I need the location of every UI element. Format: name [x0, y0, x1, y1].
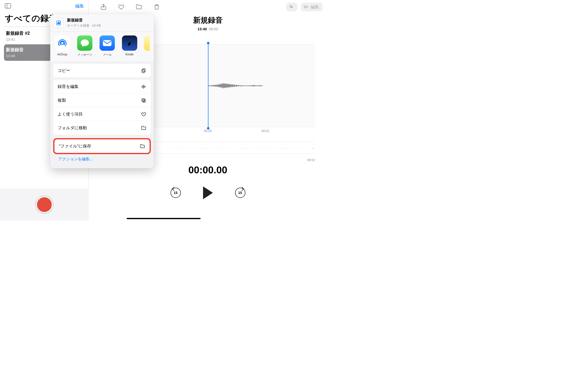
action-duplicate[interactable]: 複製	[53, 93, 151, 107]
svg-point-6	[292, 7, 292, 8]
folder-icon[interactable]	[136, 3, 142, 10]
share-header: 新規録音 オーディオ録音 · 18 KB	[50, 14, 154, 31]
action-copy[interactable]: コピー	[53, 64, 151, 77]
share-subtitle: オーディオ録音 · 18 KB	[67, 23, 101, 28]
share-thumb-icon	[54, 18, 64, 28]
waveform-bars	[208, 83, 263, 88]
action-save-to-files-highlight: "ファイル"に保存	[53, 138, 151, 154]
svg-rect-16	[142, 69, 144, 73]
record-bar	[0, 189, 89, 221]
detail-toolbar: 編集	[89, 0, 327, 14]
overview-end-time: 00:02	[307, 158, 315, 162]
enhance-button[interactable]	[286, 3, 298, 11]
sidebar-edit-button[interactable]: 編集	[75, 3, 84, 9]
folder-icon	[141, 125, 146, 131]
skip-forward-button[interactable]: 15	[235, 188, 246, 198]
record-button[interactable]	[36, 196, 53, 213]
waveform-icon	[141, 84, 146, 89]
share-app-more[interactable]	[144, 35, 150, 57]
svg-point-13	[61, 42, 64, 44]
action-label: "ファイル"に保存	[59, 143, 91, 149]
action-label: よく使う項目	[58, 111, 83, 117]
share-app-messages[interactable]: メッセージ	[77, 35, 93, 57]
skip-back-button[interactable]: 15	[170, 188, 181, 198]
share-sheet: 新規録音 オーディオ録音 · 18 KB AirDrop メッセージ メール K…	[50, 14, 154, 168]
action-edit-recording[interactable]: 録音を編集	[53, 80, 151, 93]
share-app-label: メール	[103, 53, 112, 56]
edit-recording-button[interactable]: 編集	[301, 3, 322, 11]
share-app-kindle[interactable]: Kindle	[122, 35, 138, 57]
edit-recording-label: 編集	[311, 4, 319, 10]
share-app-airdrop[interactable]: AirDrop	[54, 35, 70, 57]
edit-actions-link[interactable]: アクションを編集...	[53, 154, 151, 165]
action-move-folder[interactable]: フォルダに移動	[53, 121, 151, 135]
duplicate-icon	[141, 98, 146, 103]
play-button[interactable]	[203, 186, 213, 199]
share-app-mail[interactable]: メール	[99, 35, 115, 57]
action-label: コピー	[58, 68, 70, 73]
copy-icon	[141, 68, 146, 73]
heart-icon	[141, 111, 146, 117]
share-app-label: Kindle	[126, 53, 134, 56]
waveform-tick: 00:00	[204, 129, 212, 133]
share-app-label: AirDrop	[57, 53, 67, 56]
favorite-icon[interactable]	[118, 3, 125, 10]
action-save-to-files[interactable]: "ファイル"に保存	[54, 139, 150, 153]
files-icon	[140, 144, 145, 149]
share-title: 新規録音	[67, 18, 101, 23]
share-app-label: メッセージ	[77, 53, 92, 56]
svg-rect-0	[5, 4, 10, 8]
trash-icon[interactable]	[153, 3, 160, 10]
action-label: 複製	[58, 97, 66, 103]
svg-rect-15	[143, 68, 145, 72]
share-app-row[interactable]: AirDrop メッセージ メール Kindle	[50, 31, 154, 61]
action-favorite[interactable]: よく使う項目	[53, 107, 151, 121]
action-label: フォルダに移動	[58, 125, 87, 131]
home-indicator[interactable]	[127, 218, 200, 219]
svg-point-5	[290, 6, 291, 7]
sidebar-toggle-icon[interactable]	[4, 2, 11, 9]
share-icon[interactable]	[100, 3, 107, 10]
waveform-tick: 00:01	[262, 129, 270, 133]
action-label: 録音を編集	[58, 84, 78, 89]
